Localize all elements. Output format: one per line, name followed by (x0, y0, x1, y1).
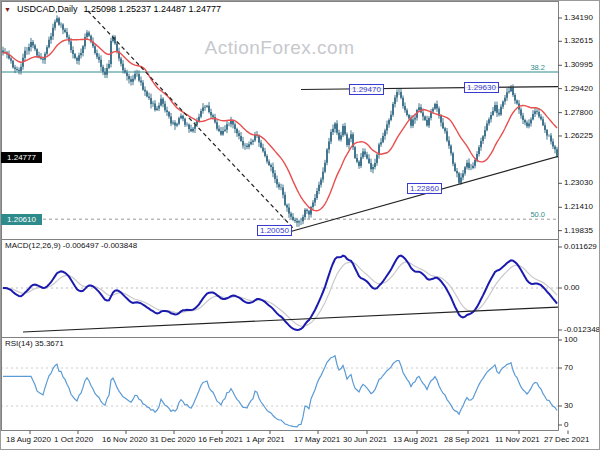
time-axis-label: 16 Feb 2021 (198, 435, 243, 445)
fib-price-tag: 1.20610 (1, 214, 42, 225)
fib-level-label: 50.0 (525, 210, 545, 219)
time-axis-label: 31 Dec 2020 (150, 435, 195, 445)
price-axis-label: 1.29420 (564, 84, 593, 94)
macd-axis-label: -0.012348 (564, 325, 600, 335)
time-axis-label: 27 Dec 2021 (544, 435, 589, 445)
rsi-axis-label: 100 (564, 335, 577, 345)
macd-panel-area[interactable] (1, 240, 558, 337)
ohlc-quotes-label: 1.25098 1.25237 1.24487 1.24777 (83, 4, 221, 14)
time-axis-label: 11 Nov 2021 (495, 435, 540, 445)
chart-window: ActionForex.com ▼ USDCAD,Daily 1.25098 1… (0, 0, 600, 450)
symbol-period-label: USDCAD,Daily (17, 4, 78, 14)
rsi-axis-label: 30 (564, 401, 573, 411)
macd-axis-label: 0.011629 (564, 242, 597, 252)
time-axis-label: 18 Aug 2020 (6, 435, 51, 445)
time-axis-label: 13 Aug 2021 (393, 435, 438, 445)
time-axis-label: 1 Apr 2021 (246, 435, 285, 445)
price-annotation-label[interactable]: 1.22860 (407, 183, 442, 194)
rsi-panel-area[interactable] (1, 338, 558, 430)
time-axis-label: 28 Sep 2021 (444, 435, 489, 445)
price-axis-label: 1.19835 (564, 226, 593, 236)
main-chart-area[interactable] (1, 1, 558, 239)
time-axis-label: 1 Oct 2020 (54, 435, 93, 445)
price-axis-label: 1.26225 (564, 131, 593, 141)
quotes-collapse-toggle-icon[interactable]: ▼ (4, 5, 11, 14)
time-axis-label: 16 Nov 2020 (102, 435, 147, 445)
price-axis-label: 1.34190 (564, 13, 593, 23)
fib-level-label: 38.2 (525, 63, 545, 72)
price-axis-label: 1.23030 (564, 178, 593, 188)
price-axis-label: 1.27800 (564, 108, 593, 118)
price-annotation-label[interactable]: 1.20050 (257, 225, 292, 236)
price-axis-label: 1.30995 (564, 60, 593, 70)
price-annotation-label[interactable]: 1.29630 (464, 82, 499, 93)
time-axis-label: 17 May 2021 (294, 435, 340, 445)
time-axis-label: 30 Jun 2021 (343, 435, 387, 445)
chart-titlebar: ▼ USDCAD,Daily 1.25098 1.25237 1.24487 1… (4, 4, 221, 14)
rsi-axis-label: 0 (564, 420, 568, 430)
rsi-axis-label: 70 (564, 363, 573, 373)
price-axis-label: 1.21410 (564, 202, 593, 212)
macd-axis-label: 0.00 (564, 283, 580, 293)
price-annotation-label[interactable]: 1.29470 (349, 84, 384, 95)
macd-indicator-label: MACD(12,26,9) -0.006497 -0.003848 (5, 241, 137, 250)
rsi-indicator-label: RSI(14) 35.3671 (5, 339, 64, 348)
current-price-tag: 1.24777 (1, 152, 42, 163)
price-axis-label: 1.32615 (564, 36, 593, 46)
